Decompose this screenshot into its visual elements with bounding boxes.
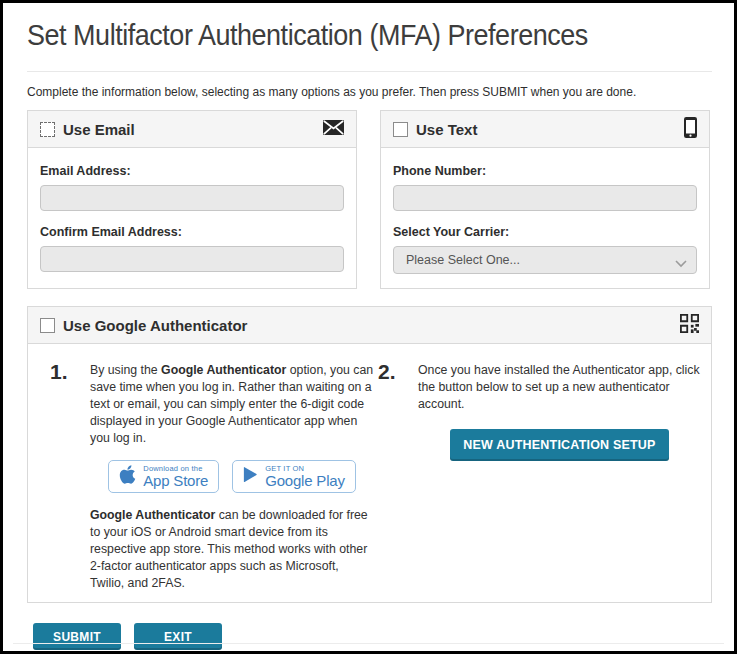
exit-button[interactable]: EXIT	[134, 623, 222, 650]
page-title: Set Multifactor Authentication (MFA) Pre…	[27, 19, 664, 52]
step-1-number: 1.	[28, 360, 90, 592]
use-text-body: Phone Number: Select Your Carrier: Pleas…	[381, 148, 709, 287]
use-text-checkbox[interactable]	[393, 122, 408, 137]
carrier-select[interactable]: Please Select One...	[393, 246, 697, 274]
use-google-authenticator-header: Use Google Authenticator	[28, 307, 711, 344]
use-email-heading: Use Email	[63, 121, 135, 138]
step-1-content: By using the Google Authenticator option…	[90, 360, 376, 592]
use-email-checkbox[interactable]	[40, 122, 55, 137]
use-google-authenticator-body: 1. By using the Google Authenticator opt…	[28, 344, 711, 602]
confirm-email-input[interactable]	[40, 246, 344, 272]
options-row: Use Email Email Address: Confirm Email A…	[27, 110, 712, 289]
use-google-authenticator-panel: Use Google Authenticator	[27, 306, 712, 603]
step-2-content: Once you have installed the Authenticato…	[418, 360, 703, 592]
phone-number-input[interactable]	[393, 185, 697, 211]
app-store-badge[interactable]: Download on the App Store	[108, 460, 219, 493]
step-2: 2. Once you have installed the Authentic…	[376, 360, 703, 592]
store-badges: Download on the App Store	[90, 460, 374, 493]
phone-number-label: Phone Number:	[393, 164, 697, 178]
title-divider	[27, 71, 712, 72]
google-play-logo-icon	[243, 466, 258, 487]
use-text-panel: Use Text Phone Number: Select Your Carri…	[380, 110, 710, 289]
email-address-label: Email Address:	[40, 164, 344, 178]
instructions-text: Complete the information below, selectin…	[27, 85, 712, 99]
chevron-down-icon	[675, 257, 687, 271]
use-text-heading: Use Text	[416, 121, 477, 138]
email-address-input[interactable]	[40, 185, 344, 211]
google-play-badge[interactable]: GET IT ON Google Play	[232, 460, 356, 493]
step-1: 1. By using the Google Authenticator opt…	[28, 360, 376, 592]
footer-divider	[13, 643, 724, 644]
use-text-header: Use Text	[381, 111, 709, 148]
download-note-text: Google Authenticator can be downloaded f…	[90, 507, 374, 592]
page-content: Set Multifactor Authentication (MFA) Pre…	[3, 19, 734, 650]
use-google-authenticator-checkbox[interactable]	[40, 318, 55, 333]
submit-button[interactable]: SUBMIT	[33, 623, 121, 650]
confirm-email-label: Confirm Email Address:	[40, 225, 344, 239]
step-2-text: Once you have installed the Authenticato…	[418, 362, 701, 413]
google-play-badge-text: GET IT ON Google Play	[265, 464, 345, 489]
new-authentication-setup-button[interactable]: NEW AUTHENTICATION SETUP	[450, 429, 668, 461]
carrier-selected-value: Please Select One...	[406, 253, 520, 267]
carrier-label: Select Your Carrier:	[393, 225, 697, 239]
step-2-number: 2.	[376, 360, 418, 592]
use-google-authenticator-heading: Use Google Authenticator	[63, 317, 247, 334]
use-email-header: Use Email	[28, 111, 356, 148]
mobile-phone-icon	[684, 117, 697, 141]
use-email-panel: Use Email Email Address: Confirm Email A…	[27, 110, 357, 289]
app-store-badge-text: Download on the App Store	[143, 464, 208, 489]
apple-logo-icon	[119, 464, 136, 489]
envelope-icon	[323, 120, 344, 138]
use-email-body: Email Address: Confirm Email Address:	[28, 148, 356, 288]
qr-code-icon	[680, 314, 699, 336]
step-1-text: By using the Google Authenticator option…	[90, 362, 374, 447]
mfa-preferences-window: Set Multifactor Authentication (MFA) Pre…	[0, 0, 737, 654]
form-actions: SUBMIT EXIT	[27, 623, 712, 650]
